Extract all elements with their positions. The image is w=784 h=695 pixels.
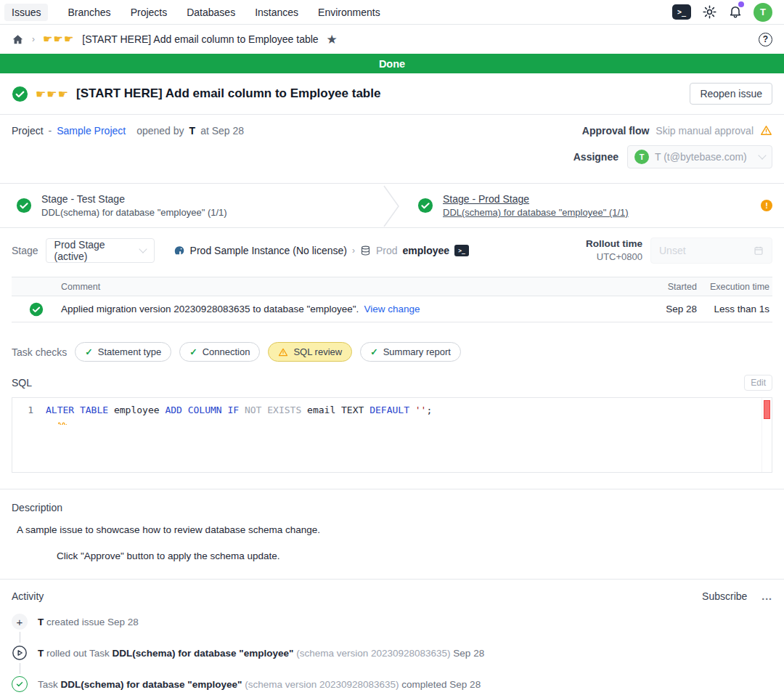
- activity-task-name: DDL(schema) for database "employee": [113, 648, 294, 659]
- description-line: A sample issue to showcase how to review…: [12, 524, 772, 535]
- activity-actor: T: [38, 648, 44, 659]
- approval-flow: Approval flow Skip manual approval: [582, 124, 772, 137]
- top-nav: Issues Branches Projects Databases Insta…: [0, 0, 784, 25]
- subscribe-button[interactable]: Subscribe: [702, 590, 747, 602]
- stage-strip: Stage - Test Stage DDL(schema) for datab…: [0, 183, 784, 228]
- open-sql-editor-icon[interactable]: >_: [454, 245, 469, 256]
- stage-chevron-separator: [383, 184, 401, 229]
- project-line: Project - Sample Project opened by T at …: [12, 125, 244, 137]
- check-pass-icon: ✓: [189, 346, 197, 357]
- project-separator: -: [49, 125, 52, 137]
- line-number: 1: [12, 405, 46, 415]
- pointer-emoji: ☛☛☛: [36, 87, 69, 101]
- sql-section: SQL Edit 1 ALTER TABLE employee ADD COLU…: [0, 366, 784, 473]
- check-pill-connection[interactable]: ✓ Connection: [179, 342, 260, 362]
- header-execution-time: Execution time: [697, 282, 772, 292]
- activity-timeline: + T created issue Sep 28 T rolled out Ta…: [12, 614, 772, 692]
- assignee-label: Assignee: [573, 151, 618, 163]
- notifications-bell-icon[interactable]: [728, 4, 743, 21]
- header-comment: Comment: [61, 282, 650, 292]
- activity-item-rolled-out: T rolled out Task DDL(schema) for databa…: [12, 645, 772, 661]
- check-pill-statement-type[interactable]: ✓ Statement type: [75, 342, 171, 362]
- assignee-value: T (t@bytebase.com): [655, 151, 747, 163]
- assignee-row: Assignee T T (t@bytebase.com): [12, 145, 772, 168]
- activity-date: Sep 28: [451, 648, 485, 659]
- more-options-button[interactable]: ...: [761, 590, 772, 602]
- nav-items: Issues Branches Projects Databases Insta…: [12, 4, 380, 21]
- sql-editor-terminal-icon[interactable]: >_: [672, 4, 691, 20]
- calendar-icon: [754, 245, 764, 256]
- check-outline-icon: [12, 676, 28, 692]
- view-change-link[interactable]: View change: [364, 304, 420, 314]
- status-banner-label: Done: [379, 58, 405, 70]
- issue-meta: Project - Sample Project opened by T at …: [0, 115, 784, 179]
- sql-warning-squiggle: [58, 416, 67, 427]
- nav-item-issues[interactable]: Issues: [4, 4, 48, 21]
- nav-item-branches[interactable]: Branches: [68, 7, 110, 18]
- notification-dot: [738, 1, 744, 7]
- breadcrumb-separator: ›: [352, 245, 355, 256]
- nav-item-environments[interactable]: Environments: [318, 7, 380, 18]
- check-pill-summary-report[interactable]: ✓ Summary report: [360, 342, 461, 362]
- user-avatar[interactable]: T: [754, 3, 772, 22]
- issue-done-check-icon: [12, 86, 28, 102]
- reopen-issue-button[interactable]: Reopen issue: [690, 83, 772, 105]
- settings-gear-icon[interactable]: [702, 4, 717, 20]
- chevron-down-icon: [758, 151, 766, 159]
- activity-task-name: DDL(schema) for database "employee": [61, 679, 242, 690]
- stage-alert-icon: !: [761, 200, 772, 211]
- activity-schema-version: (schema version 20230928083635): [242, 679, 399, 690]
- assignee-select[interactable]: T T (t@bytebase.com): [627, 145, 772, 168]
- editor-overview-ruler[interactable]: [761, 398, 772, 472]
- opened-by-label: opened by: [136, 125, 184, 137]
- stage-select-value: Prod Stage (active): [54, 239, 140, 262]
- rollout-timezone: UTC+0800: [586, 251, 642, 264]
- sql-editor[interactable]: 1 ALTER TABLE employee ADD COLUMN IF NOT…: [12, 397, 772, 473]
- stage-card-prod[interactable]: Stage - Prod Stage DDL(schema) for datab…: [401, 184, 784, 227]
- check-pill-label: Statement type: [98, 346, 161, 357]
- stage-card-test[interactable]: Stage - Test Stage DDL(schema) for datab…: [0, 184, 383, 227]
- status-banner: Done: [0, 54, 784, 73]
- approval-flow-value: Skip manual approval: [656, 125, 754, 137]
- check-pass-icon: ✓: [370, 346, 377, 357]
- stage-select[interactable]: Prod Stage (active): [46, 238, 155, 263]
- help-icon[interactable]: ?: [759, 33, 772, 46]
- activity-item-created: + T created issue Sep 28: [12, 614, 772, 630]
- star-icon[interactable]: ★: [327, 32, 338, 47]
- activity-section: Activity Subscribe ... + T created issue…: [0, 580, 784, 692]
- issue-title-row: ☛☛☛ [START HERE] Add email column to Emp…: [0, 73, 784, 114]
- pointer-emoji: ☛☛☛: [43, 33, 74, 46]
- rollout-time-group: Rollout time UTC+0800 Unset: [586, 237, 772, 264]
- nav-item-databases[interactable]: Databases: [187, 7, 235, 18]
- database-name[interactable]: employee: [403, 245, 450, 256]
- check-pill-sql-review[interactable]: SQL review: [268, 342, 352, 362]
- nav-item-projects[interactable]: Projects: [131, 7, 168, 18]
- approval-flow-label: Approval flow: [582, 125, 650, 137]
- description-label: Description: [12, 502, 772, 513]
- stage-prod-check-icon: [417, 198, 433, 214]
- home-icon[interactable]: [12, 33, 24, 46]
- row-execution-time: Less than 1s: [697, 304, 772, 314]
- stage-select-label: Stage: [12, 245, 38, 256]
- project-label: Project: [12, 125, 44, 137]
- breadcrumb-title[interactable]: [START HERE] Add email column to Employe…: [82, 33, 318, 45]
- check-pill-label: Connection: [203, 346, 250, 357]
- nav-item-instances[interactable]: Instances: [255, 7, 298, 18]
- activity-action: rolled out Task: [44, 648, 112, 659]
- check-pass-icon: ✓: [85, 346, 92, 357]
- postgres-elephant-icon: [173, 245, 185, 256]
- project-link[interactable]: Sample Project: [57, 125, 126, 137]
- table-row[interactable]: Applied migration version 20230928083635…: [12, 296, 772, 322]
- rollout-time-input[interactable]: Unset: [650, 237, 772, 264]
- stage-prod-title[interactable]: Stage - Prod Stage: [443, 193, 629, 205]
- nav-right-actions: >_ T: [672, 3, 772, 22]
- header-started: Started: [650, 282, 697, 292]
- stage-prod-subtitle[interactable]: DDL(schema) for database "employee" (1/1…: [443, 207, 629, 218]
- instance-name[interactable]: Prod Sample Instance (No license): [190, 245, 347, 256]
- description-section: Description A sample issue to showcase h…: [0, 489, 784, 572]
- assignee-avatar: T: [634, 150, 649, 164]
- row-success-check-icon: [29, 302, 44, 317]
- database-breadcrumb: Prod Sample Instance (No license) › Prod…: [173, 245, 470, 256]
- sql-edit-button[interactable]: Edit: [744, 375, 772, 391]
- row-comment: Applied migration version 20230928083635…: [61, 304, 359, 314]
